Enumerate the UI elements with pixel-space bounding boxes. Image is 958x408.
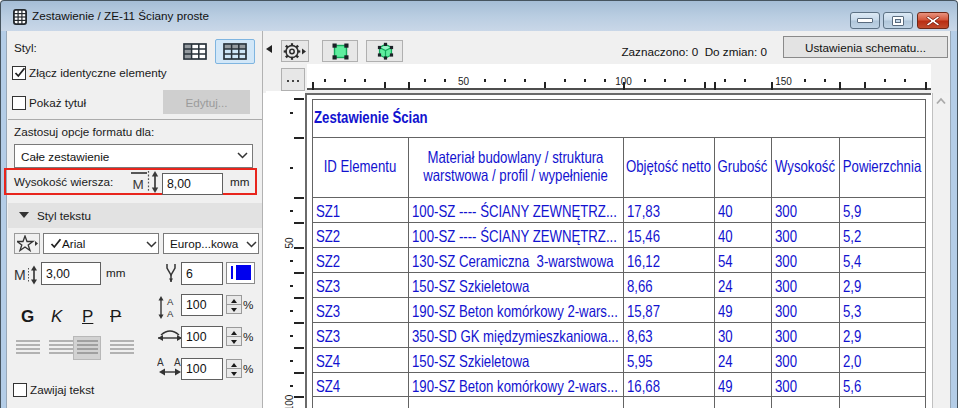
svg-text:M: M (133, 177, 144, 192)
svg-text:A: A (167, 296, 174, 307)
svg-text:M: M (14, 267, 26, 283)
svg-text:A: A (167, 308, 174, 319)
svg-text:A: A (174, 357, 181, 368)
svg-text:A: A (157, 357, 164, 368)
